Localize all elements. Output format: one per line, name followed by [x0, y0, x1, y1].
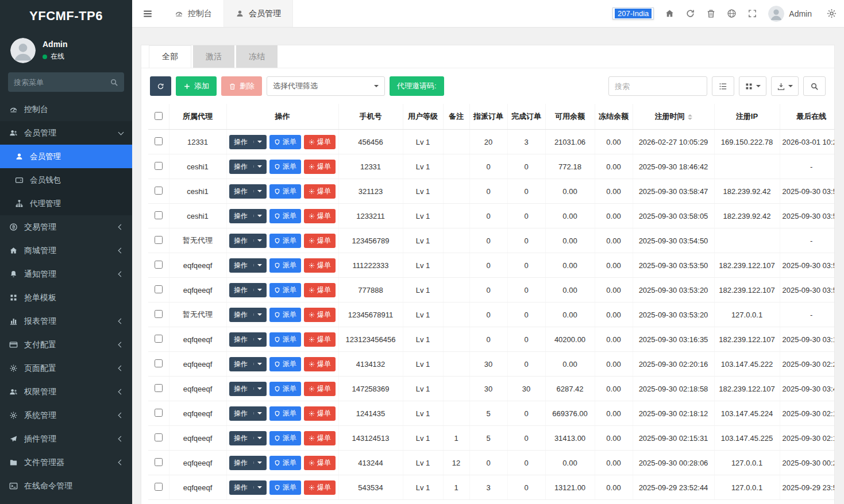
sidebar-item-page-config[interactable]: 页面配置: [0, 356, 132, 380]
operate-dropdown-button[interactable]: 操作: [229, 258, 267, 273]
advanced-search-button[interactable]: [803, 76, 826, 96]
row-checkbox[interactable]: [155, 137, 163, 145]
row-checkbox[interactable]: [155, 285, 163, 293]
row-checkbox[interactable]: [155, 458, 163, 466]
row-checkbox[interactable]: [155, 236, 163, 244]
row-checkbox[interactable]: [155, 433, 163, 441]
burst-order-button[interactable]: 爆单: [304, 135, 336, 149]
dispatch-order-button[interactable]: 派单: [269, 234, 301, 248]
select-all-checkbox[interactable]: [155, 112, 163, 120]
sidebar-item-file-manager[interactable]: 文件管理器: [0, 451, 132, 474]
sidebar-item-system[interactable]: 系统管理: [0, 404, 132, 427]
operate-dropdown-button[interactable]: 操作: [229, 406, 267, 421]
fullscreen-icon[interactable]: [747, 9, 757, 18]
burst-order-button[interactable]: 爆单: [304, 406, 336, 421]
settings-gear-icon[interactable]: [826, 8, 837, 19]
burst-order-button[interactable]: 爆单: [304, 258, 336, 273]
burst-order-button[interactable]: 爆单: [304, 431, 336, 445]
burst-order-button[interactable]: 爆单: [304, 160, 336, 174]
toggle-list-button[interactable]: [712, 76, 734, 96]
sidebar-item-plugins[interactable]: 插件管理: [0, 427, 132, 451]
operate-dropdown-button[interactable]: 操作: [229, 135, 267, 149]
filter-tab-active[interactable]: 激活: [193, 45, 234, 68]
dispatch-order-button[interactable]: 派单: [269, 480, 301, 495]
operate-dropdown-button[interactable]: 操作: [229, 431, 267, 445]
row-checkbox[interactable]: [155, 384, 163, 392]
burst-order-button[interactable]: 爆单: [304, 332, 336, 347]
dispatch-order-button[interactable]: 派单: [269, 456, 301, 470]
sidebar-item-trade[interactable]: 交易管理: [0, 215, 132, 239]
row-checkbox[interactable]: [155, 310, 163, 318]
burst-order-button[interactable]: 爆单: [304, 184, 336, 199]
burst-order-button[interactable]: 爆单: [304, 308, 336, 322]
sidebar-item-order-template[interactable]: 抢单模板: [0, 286, 132, 309]
sidebar-item-member-management[interactable]: 会员管理: [0, 121, 132, 145]
operate-dropdown-button[interactable]: 操作: [229, 209, 267, 223]
operate-dropdown-button[interactable]: 操作: [229, 308, 267, 322]
operate-dropdown-button[interactable]: 操作: [229, 283, 267, 297]
operate-dropdown-button[interactable]: 操作: [229, 357, 267, 371]
sidebar-subitem-member-wallet[interactable]: 会员钱包: [0, 168, 132, 192]
dispatch-order-button[interactable]: 派单: [269, 283, 301, 297]
menu-search-input[interactable]: [14, 78, 106, 87]
agent-invite-code-button[interactable]: 代理邀请码:: [390, 76, 444, 96]
operate-dropdown-button[interactable]: 操作: [229, 382, 267, 396]
row-checkbox[interactable]: [155, 211, 163, 219]
dispatch-order-button[interactable]: 派单: [269, 431, 301, 445]
sidebar-toggle-button[interactable]: [132, 0, 163, 27]
refresh-icon[interactable]: [685, 9, 695, 18]
dispatch-order-button[interactable]: 派单: [269, 160, 301, 174]
table-search-input[interactable]: [608, 76, 707, 96]
export-button[interactable]: [771, 76, 799, 96]
filter-tab-all[interactable]: 全部: [149, 45, 191, 68]
dispatch-order-button[interactable]: 派单: [269, 308, 301, 322]
columns-button[interactable]: [739, 76, 766, 96]
sidebar-item-report[interactable]: 报表管理: [0, 309, 132, 333]
col-reg-time[interactable]: 注册时间: [633, 104, 714, 130]
row-checkbox[interactable]: [155, 261, 163, 269]
dispatch-order-button[interactable]: 派单: [269, 406, 301, 421]
nav-tab-member-management[interactable]: 会员管理: [224, 0, 293, 27]
row-checkbox[interactable]: [155, 162, 163, 170]
dispatch-order-button[interactable]: 派单: [269, 258, 301, 273]
delete-button[interactable]: 删除: [221, 76, 262, 96]
dispatch-order-button[interactable]: 派单: [269, 357, 301, 371]
language-icon[interactable]: [727, 9, 737, 18]
navbar-user-menu[interactable]: Admin: [768, 6, 812, 22]
dispatch-order-button[interactable]: 派单: [269, 184, 301, 199]
row-checkbox[interactable]: [155, 483, 163, 491]
trash-icon[interactable]: [706, 9, 716, 18]
sidebar-subitem-agent-management[interactable]: 代理管理: [0, 192, 132, 215]
row-checkbox[interactable]: [155, 359, 163, 367]
add-button[interactable]: 添加: [176, 76, 217, 96]
refresh-button[interactable]: [150, 76, 171, 96]
row-checkbox[interactable]: [155, 187, 163, 195]
dispatch-order-button[interactable]: 派单: [269, 382, 301, 396]
burst-order-button[interactable]: 爆单: [304, 456, 336, 470]
sidebar-item-permissions[interactable]: 权限管理: [0, 380, 132, 404]
filter-tab-frozen[interactable]: 冻结: [236, 45, 278, 68]
sidebar-item-payment-config[interactable]: 支付配置: [0, 333, 132, 356]
operate-dropdown-button[interactable]: 操作: [229, 184, 267, 199]
sidebar-item-online-command[interactable]: 在线命令管理: [0, 474, 132, 498]
burst-order-button[interactable]: 爆单: [304, 234, 336, 248]
burst-order-button[interactable]: 爆单: [304, 357, 336, 371]
agent-filter-select[interactable]: 选择代理筛选: [267, 76, 385, 96]
operate-dropdown-button[interactable]: 操作: [229, 234, 267, 248]
burst-order-button[interactable]: 爆单: [304, 382, 336, 396]
burst-order-button[interactable]: 爆单: [304, 283, 336, 297]
operate-dropdown-button[interactable]: 操作: [229, 160, 267, 174]
nav-tab-dashboard[interactable]: 控制台: [163, 0, 224, 27]
operate-dropdown-button[interactable]: 操作: [229, 332, 267, 347]
sidebar-subitem-member-management[interactable]: 会员管理: [0, 145, 132, 168]
sidebar-item-notice[interactable]: 通知管理: [0, 262, 132, 286]
dispatch-order-button[interactable]: 派单: [269, 332, 301, 347]
burst-order-button[interactable]: 爆单: [304, 209, 336, 223]
operate-dropdown-button[interactable]: 操作: [229, 456, 267, 470]
row-checkbox[interactable]: [155, 409, 163, 417]
operate-dropdown-button[interactable]: 操作: [229, 480, 267, 495]
sidebar-item-dashboard[interactable]: 控制台: [0, 98, 132, 121]
home-icon[interactable]: [665, 9, 675, 18]
site-select[interactable]: 207-India: [612, 7, 654, 20]
dispatch-order-button[interactable]: 派单: [269, 209, 301, 223]
